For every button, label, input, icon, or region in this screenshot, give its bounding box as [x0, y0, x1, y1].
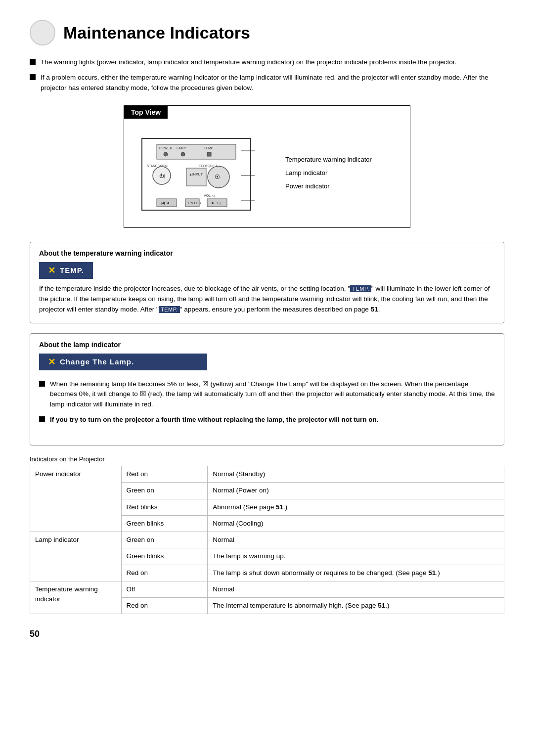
page-ref-51a: 51	[276, 503, 283, 511]
title-circle	[30, 20, 55, 45]
temp-inline-badge: TEMP.	[350, 285, 371, 292]
temp-section-title: About the temperature warning indicator	[39, 249, 495, 257]
svg-rect-12	[186, 168, 206, 186]
temp-warning-label: Temperature warning indicator	[285, 156, 372, 163]
bullet-icon-2	[30, 74, 36, 80]
table-cell-status: Red on	[121, 565, 208, 581]
intro-bullets: The warning lights (power indicator, lam…	[30, 57, 504, 93]
top-view-container: Top View POWER LAMP TEMP. STANDBY/ON	[30, 105, 504, 228]
table-cell-desc: The lamp is shut down abnormally or requ…	[208, 565, 504, 581]
top-view-box: Top View POWER LAMP TEMP. STANDBY/ON	[124, 105, 410, 228]
lamp-bullet-1: When the remaining lamp life becomes 5% …	[39, 379, 495, 410]
svg-rect-7	[207, 152, 211, 156]
table-row: Lamp indicator Green on Normal	[30, 532, 504, 548]
table-cell-desc: Normal	[208, 581, 504, 597]
top-view-header: Top View	[124, 106, 410, 119]
temp-page-ref: 51	[371, 306, 378, 313]
lamp-bullet-2: If you try to turn on the projector a fo…	[39, 415, 495, 425]
table-cell-status: Red on	[121, 466, 208, 483]
table-cell-status: Red blinks	[121, 499, 208, 515]
svg-text:TEMP.: TEMP.	[204, 146, 214, 150]
table-row: Temperature warningindicator Off Normal	[30, 581, 504, 597]
label-temp-warning: Temperature warning indicator	[285, 156, 405, 163]
temp-section: About the temperature warning indicator …	[30, 242, 504, 323]
lamp-section-title: About the lamp indicator	[39, 341, 495, 349]
page-title: Maintenance Indicators	[63, 23, 250, 43]
table-cell-desc: The lamp is warming up.	[208, 548, 504, 565]
svg-point-5	[164, 152, 168, 156]
table-caption: Indicators on the Projector	[30, 455, 504, 463]
temp-sun-icon: ✕	[48, 265, 56, 276]
svg-text:⦿: ⦿	[215, 174, 220, 180]
lamp-bullet-icon-2	[39, 416, 45, 422]
page-ref-51b: 51	[428, 569, 436, 577]
bullet-item-2: If a problem occurs, either the temperat…	[30, 73, 504, 93]
temp-inline-badge2: TEMP.	[159, 306, 180, 313]
table-cell-status: Green blinks	[121, 548, 208, 565]
lamp-icon: ✕	[48, 356, 56, 367]
power-indicator-label: Power indicator	[285, 182, 330, 190]
bullet-icon-1	[30, 59, 36, 65]
svg-text:VOL ◁: VOL ◁	[204, 194, 215, 197]
temp-body: If the temperature inside the projector …	[39, 284, 495, 315]
svg-text:► + |: ► + |	[211, 201, 221, 205]
svg-text:LAMP: LAMP	[177, 146, 186, 150]
table-cell-desc: Normal (Cooling)	[208, 515, 504, 532]
table-cell-desc: Normal (Power on)	[208, 483, 504, 499]
page-number: 50	[30, 629, 504, 639]
table-cell-status: Off	[121, 581, 208, 597]
svg-text:⏻|: ⏻|	[159, 174, 165, 178]
projector-diagram: POWER LAMP TEMP. STANDBY/ON ⏻| ECO+QUIET…	[127, 124, 275, 222]
table-cell-status: Green on	[121, 532, 208, 548]
table-cell-indicator: Lamp indicator	[30, 532, 122, 581]
svg-text:ENTER: ENTER	[188, 201, 201, 205]
label-lamp-indicator: Lamp indicator	[285, 169, 405, 177]
temp-badge: ✕ TEMP.	[39, 262, 93, 279]
lamp-bullet-text-2: If you try to turn on the projector a fo…	[50, 415, 379, 425]
page-ref-51c: 51	[378, 602, 385, 609]
table-cell-status: Green on	[121, 483, 208, 499]
svg-text:▲INPUT: ▲INPUT	[189, 173, 203, 176]
table-cell-indicator: Power indicator	[30, 466, 122, 532]
lamp-badge: ✕ Change The Lamp.	[39, 354, 207, 370]
lamp-bullets: When the remaining lamp life becomes 5% …	[39, 379, 495, 426]
svg-text:POWER: POWER	[159, 146, 172, 150]
table-cell-status: Red on	[121, 598, 208, 614]
table-cell-desc: Normal	[208, 532, 504, 548]
table-cell-desc: Normal (Standby)	[208, 466, 504, 483]
lamp-bullet-text-1: When the remaining lamp life becomes 5% …	[50, 379, 495, 410]
table-cell-desc: The internal temperature is abnormally h…	[208, 598, 504, 614]
bullet-item-1: The warning lights (power indicator, lam…	[30, 57, 504, 68]
lamp-bullet-icon-1	[39, 381, 45, 387]
svg-text:|◀ ◄: |◀ ◄	[161, 201, 170, 205]
table-section: Indicators on the Projector Power indica…	[30, 455, 504, 614]
table-cell-status: Green blinks	[121, 515, 208, 532]
diagram-labels: Temperature warning indicator Lamp indic…	[275, 156, 405, 190]
table-row: Power indicator Red on Normal (Standby)	[30, 466, 504, 483]
top-view-content: POWER LAMP TEMP. STANDBY/ON ⏻| ECO+QUIET…	[124, 119, 410, 227]
table-cell-desc: Abnormal (See page 51.)	[208, 499, 504, 515]
lamp-badge-text: Change The Lamp.	[60, 357, 134, 366]
indicators-table: Power indicator Red on Normal (Standby) …	[30, 466, 504, 614]
lamp-section: About the lamp indicator ✕ Change The La…	[30, 333, 504, 446]
svg-point-6	[181, 152, 185, 156]
table-cell-indicator: Temperature warningindicator	[30, 581, 122, 614]
label-power-indicator: Power indicator	[285, 182, 405, 190]
lamp-indicator-label: Lamp indicator	[285, 169, 327, 177]
temp-badge-text: TEMP.	[60, 266, 84, 274]
